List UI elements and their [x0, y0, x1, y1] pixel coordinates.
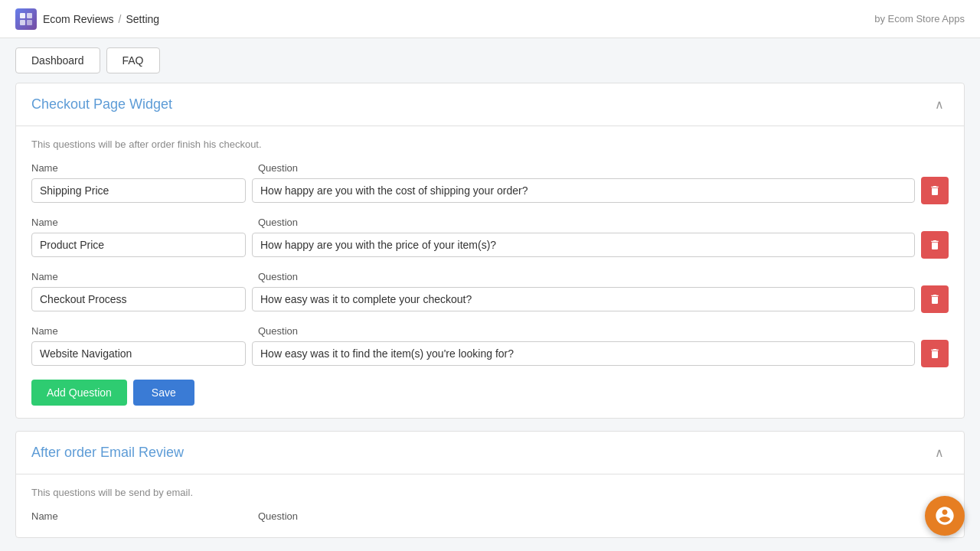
- main-content: Checkout Page Widget ∧ This questions wi…: [0, 83, 980, 551]
- app-icon: [15, 8, 37, 30]
- question-row: Name Question: [31, 217, 949, 259]
- checkout-section: Checkout Page Widget ∧ This questions wi…: [15, 83, 965, 419]
- breadcrumb-current-page: Setting: [126, 13, 159, 25]
- svg-rect-2: [20, 20, 25, 25]
- field-labels-row-1: Name Question: [31, 217, 949, 228]
- checkout-collapse-button[interactable]: ∧: [930, 96, 949, 113]
- field-inputs-row-1: [31, 231, 949, 259]
- trash-icon: [929, 184, 941, 197]
- app-header: Ecom Reviews / Setting by Ecom Store App…: [0, 0, 980, 38]
- name-input-2[interactable]: [31, 287, 246, 311]
- question-row: Name Question: [31, 162, 949, 204]
- question-row: Name Question: [31, 325, 949, 367]
- name-label-2: Name: [31, 271, 246, 282]
- delete-button-1[interactable]: [921, 231, 949, 259]
- trash-icon: [929, 347, 941, 360]
- email-section-body: This questions will be send by email. Na…: [16, 474, 964, 537]
- checkout-action-buttons: Add Question Save: [31, 380, 949, 406]
- nav-bar: Dashboard FAQ: [0, 38, 980, 83]
- question-label-0: Question: [258, 162, 949, 174]
- header-byline: by Ecom Store Apps: [874, 13, 965, 24]
- name-label-0: Name: [31, 162, 246, 174]
- name-label-1: Name: [31, 217, 246, 228]
- email-question-label: Question: [258, 510, 949, 522]
- header-left: Ecom Reviews / Setting: [15, 8, 159, 30]
- faq-button[interactable]: FAQ: [106, 47, 160, 73]
- question-input-3[interactable]: [252, 341, 915, 366]
- checkout-description: This questions will be after order finis…: [31, 139, 949, 150]
- trash-icon: [929, 293, 941, 305]
- checkout-section-title: Checkout Page Widget: [31, 96, 172, 112]
- svg-rect-3: [27, 20, 32, 25]
- question-label-3: Question: [258, 325, 949, 337]
- breadcrumb: Ecom Reviews / Setting: [43, 13, 159, 25]
- field-inputs-row-3: [31, 340, 949, 367]
- question-label-1: Question: [258, 217, 949, 228]
- email-name-label: Name: [31, 510, 246, 522]
- email-field-labels: Name Question: [31, 510, 949, 522]
- name-input-1[interactable]: [31, 233, 246, 257]
- checkout-section-body: This questions will be after order finis…: [16, 126, 964, 418]
- support-bubble[interactable]: [925, 496, 965, 536]
- name-label-3: Name: [31, 325, 246, 337]
- checkout-questions-container: Name Question Name Question: [31, 162, 949, 367]
- delete-button-2[interactable]: [921, 285, 949, 313]
- svg-rect-0: [20, 13, 25, 18]
- delete-button-0[interactable]: [921, 177, 949, 204]
- trash-icon: [929, 239, 941, 251]
- add-question-button[interactable]: Add Question: [31, 380, 127, 406]
- question-input-0[interactable]: [252, 178, 915, 203]
- breadcrumb-app-name: Ecom Reviews: [43, 13, 114, 25]
- checkout-section-header: Checkout Page Widget ∧: [16, 83, 964, 126]
- delete-button-3[interactable]: [921, 340, 949, 367]
- svg-rect-1: [27, 13, 32, 18]
- question-input-2[interactable]: [252, 287, 915, 311]
- field-labels-row-2: Name Question: [31, 271, 949, 282]
- email-chevron-icon: ∧: [935, 446, 944, 459]
- breadcrumb-separator: /: [119, 13, 122, 25]
- field-labels-row-3: Name Question: [31, 325, 949, 337]
- email-collapse-button[interactable]: ∧: [930, 444, 949, 461]
- email-section-title: After order Email Review: [31, 445, 184, 461]
- field-inputs-row-0: [31, 177, 949, 204]
- email-section: After order Email Review ∧ This question…: [15, 431, 965, 538]
- name-input-0[interactable]: [31, 178, 246, 203]
- question-label-2: Question: [258, 271, 949, 282]
- dashboard-button[interactable]: Dashboard: [15, 47, 100, 73]
- field-inputs-row-2: [31, 285, 949, 313]
- email-description: This questions will be send by email.: [31, 487, 949, 498]
- support-icon: [934, 505, 956, 527]
- question-input-1[interactable]: [252, 233, 915, 257]
- save-button[interactable]: Save: [133, 380, 194, 406]
- question-row: Name Question: [31, 271, 949, 313]
- name-input-3[interactable]: [31, 341, 246, 366]
- field-labels-row-0: Name Question: [31, 162, 949, 174]
- checkout-chevron-icon: ∧: [935, 98, 944, 111]
- email-section-header: After order Email Review ∧: [16, 432, 964, 474]
